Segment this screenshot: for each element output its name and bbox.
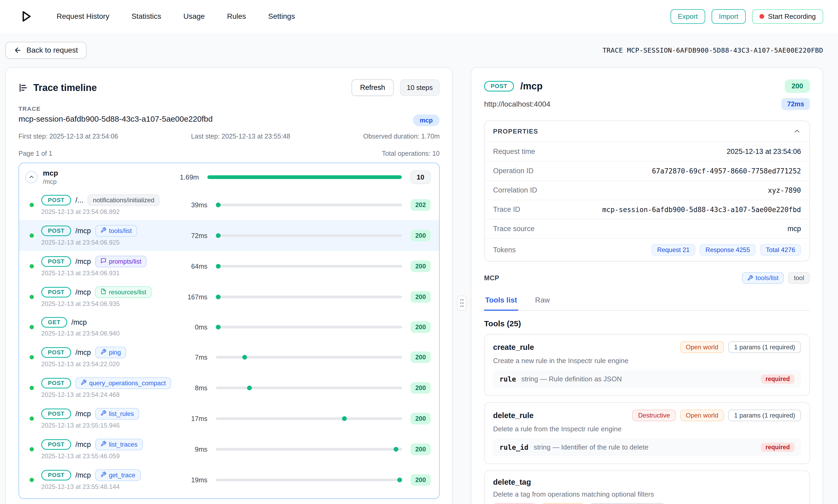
timeline-row[interactable]: GET /mcp 2025-12-13 at 23:54:06.940 0ms … xyxy=(19,312,439,342)
app-logo-icon[interactable] xyxy=(18,9,33,24)
trace-id: mcp-session-6afdb900-5d88-43c3-a107-5ae0… xyxy=(19,114,213,124)
tool-params: rulestring — Rule definition as JSONrequ… xyxy=(493,370,801,388)
property-label: Operation ID xyxy=(493,167,534,175)
row-path: /mcp xyxy=(75,471,91,480)
nav-item-settings[interactable]: Settings xyxy=(268,12,295,21)
operation-tag-badge: query_operations_compact xyxy=(75,377,171,389)
tab-tools-list[interactable]: Tools list xyxy=(484,291,518,311)
group-path: /mcp xyxy=(43,178,168,185)
row-timestamp: 2025-12-13 at 23:54:06.935 xyxy=(41,300,177,308)
row-path: /... xyxy=(75,196,83,204)
nav-item-request-history[interactable]: Request History xyxy=(57,12,109,21)
operation-tag-badge: list_rules xyxy=(95,408,139,420)
detail-duration-badge: 72ms xyxy=(781,98,810,110)
row-duration: 17ms xyxy=(177,415,208,422)
status-badge: 200 xyxy=(411,260,431,272)
nav-item-statistics[interactable]: Statistics xyxy=(131,12,161,21)
tag-icon xyxy=(101,410,106,417)
operation-tag-badge: resources/list xyxy=(95,286,151,298)
row-timeline-bar xyxy=(216,448,402,451)
timeline-row[interactable]: POST /mcp prompts/list 2025-12-13 at 23:… xyxy=(19,251,439,282)
properties-header[interactable]: PROPERTIES xyxy=(485,121,809,142)
status-dot-icon xyxy=(30,355,34,359)
total-operations: Total operations: 10 xyxy=(382,150,440,157)
status-dot-icon xyxy=(30,478,34,482)
tab-raw[interactable]: Raw xyxy=(534,291,551,311)
timeline-row[interactable]: POST /mcp resources/list 2025-12-13 at 2… xyxy=(19,282,439,312)
properties-title: PROPERTIES xyxy=(493,128,538,135)
timeline-row[interactable]: POST query_operations_compact 2025-12-13… xyxy=(19,373,439,403)
tool-param: rulestring — Rule definition as JSONrequ… xyxy=(493,370,801,388)
property-label: Request time xyxy=(493,147,535,156)
row-duration: 64ms xyxy=(177,263,208,270)
trace-label: TRACE xyxy=(19,106,440,112)
tag-icon xyxy=(101,441,106,448)
start-recording-button[interactable]: Start Recording xyxy=(752,9,823,24)
tool-cards: create_rule Open world1 params (1 requir… xyxy=(484,334,810,504)
tag-label: prompts/list xyxy=(109,258,142,265)
property-label: Trace source xyxy=(493,225,535,233)
page-info: Page 1 of 1 xyxy=(19,150,52,157)
bar-dot-icon xyxy=(216,294,220,299)
token-response-badge: Response 4255 xyxy=(700,244,756,256)
timeline-row[interactable]: POST /mcp tools/list 2025-12-13 at 23:54… xyxy=(19,220,439,251)
property-value: 67a72870-69cf-4957-8660-7758ed771252 xyxy=(652,167,801,175)
timeline-row[interactable]: POST /mcp list_traces 2025-12-13 at 23:5… xyxy=(19,434,439,465)
bar-dot-icon xyxy=(216,264,220,269)
detail-status-badge: 200 xyxy=(785,79,810,93)
timeline-row[interactable]: POST /mcp ping 2025-12-13 at 23:54:22.02… xyxy=(19,342,439,373)
trace-group-header[interactable]: mcp /mcp 1.69m 10 xyxy=(19,163,439,190)
panel-resize-handle[interactable] xyxy=(457,295,467,310)
refresh-button[interactable]: Refresh xyxy=(352,79,394,96)
start-recording-label: Start Recording xyxy=(768,13,816,21)
nav-item-rules[interactable]: Rules xyxy=(227,12,246,21)
row-timestamp: 2025-12-13 at 23:54:24.468 xyxy=(41,391,177,398)
status-badge: 200 xyxy=(411,291,431,303)
operation-tag-badge: get_trace xyxy=(95,469,141,481)
timeline-rows: POST /... notifications/initialized 2025… xyxy=(19,190,439,495)
property-label: Tokens xyxy=(493,246,516,254)
status-badge: 200 xyxy=(411,382,431,394)
timeline-row[interactable]: POST /mcp get_trace 2025-12-13 at 23:55:… xyxy=(19,465,439,495)
timeline-title: Trace timeline xyxy=(33,82,97,93)
detail-tabs: Tools list Raw xyxy=(484,291,810,311)
group-name: mcp xyxy=(43,169,168,177)
timeline-row[interactable]: POST /... notifications/initialized 2025… xyxy=(19,190,439,220)
property-label: Trace ID xyxy=(493,205,520,214)
row-path: /mcp xyxy=(75,257,91,266)
bar-dot-icon xyxy=(394,447,398,452)
chevron-up-icon[interactable] xyxy=(793,127,801,136)
method-badge: POST xyxy=(41,439,71,450)
wrench-icon xyxy=(81,379,87,385)
row-path: /mcp xyxy=(75,227,91,235)
row-duration: 19ms xyxy=(177,476,208,484)
status-dot-icon xyxy=(30,416,34,421)
tool-badges: DestructiveOpen world1 params (1 require… xyxy=(632,410,801,421)
tool-badges: Open world1 params (1 required) xyxy=(680,341,801,353)
row-timestamp: 2025-12-13 at 23:55:48.144 xyxy=(41,483,177,490)
export-button[interactable]: Export xyxy=(671,9,705,24)
tool-badge-destructive: Destructive xyxy=(632,410,676,421)
param-required-badge: required xyxy=(761,443,795,452)
nav-item-usage[interactable]: Usage xyxy=(183,12,205,21)
property-value: xyz-7890 xyxy=(768,186,801,194)
request-detail-panel: POST /mcp 200 http://localhost:4004 72ms… xyxy=(471,67,823,504)
timeline-row[interactable]: POST /mcp list_rules 2025-12-13 at 23:55… xyxy=(19,403,439,434)
property-value: mcp xyxy=(787,225,801,233)
collapse-group-button[interactable] xyxy=(25,171,38,183)
steps-badge[interactable]: 10 steps xyxy=(400,79,440,96)
row-timeline-bar xyxy=(216,265,402,268)
back-to-request-button[interactable]: Back to request xyxy=(5,42,87,59)
method-badge: POST xyxy=(41,287,71,298)
wrench-icon xyxy=(101,471,106,477)
row-timestamp: 2025-12-13 at 23:54:06.925 xyxy=(41,239,177,246)
tag-label: list_traces xyxy=(109,441,138,448)
trace-timeline-panel: Trace timeline Refresh 10 steps TRACE mc… xyxy=(5,67,453,504)
import-button[interactable]: Import xyxy=(712,9,746,24)
mcp-method-badge: tools/list xyxy=(742,272,784,284)
detail-path: /mcp xyxy=(520,80,542,92)
method-badge: POST xyxy=(41,226,71,236)
first-step-text: First step: 2025-12-13 at 23:54:06 xyxy=(19,132,118,140)
back-button-label: Back to request xyxy=(26,46,78,54)
property-row: Request time 2025-12-13 at 23:54:06 xyxy=(485,142,809,161)
